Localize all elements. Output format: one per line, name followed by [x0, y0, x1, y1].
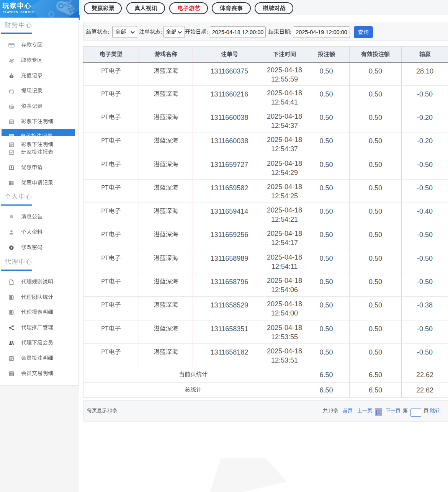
svg-text:¥: ¥: [11, 106, 12, 108]
svg-text:¥: ¥: [11, 75, 12, 77]
